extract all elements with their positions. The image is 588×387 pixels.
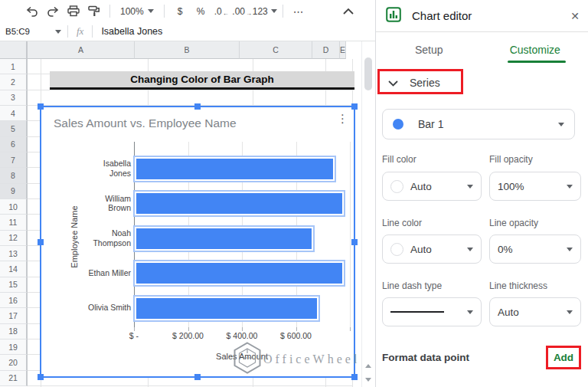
row-header[interactable]: 12: [0, 231, 28, 246]
bar[interactable]: [135, 157, 335, 181]
format-percent-button[interactable]: %: [191, 2, 211, 21]
resize-handle[interactable]: [194, 103, 201, 110]
more-formats-button[interactable]: 123: [253, 2, 277, 21]
row-header[interactable]: 16: [0, 293, 28, 308]
column-header[interactable]: A: [28, 41, 135, 59]
row-header[interactable]: 10: [0, 199, 28, 215]
tick-mark: [350, 327, 351, 331]
row-header[interactable]: 21: [0, 371, 28, 386]
x-axis-ticks: $ -$ 200.00$ 400.00$ 600.00: [134, 331, 350, 342]
print-icon[interactable]: [63, 2, 83, 21]
row-header[interactable]: 15: [0, 277, 28, 293]
close-icon[interactable]: ✕: [570, 10, 580, 22]
name-box-chevron-icon[interactable]: [55, 30, 61, 34]
chevron-down-icon: [148, 9, 154, 13]
fill-opacity-select[interactable]: 100%: [489, 172, 581, 201]
row-header[interactable]: 20: [0, 355, 28, 370]
fill-color-select[interactable]: Auto: [382, 172, 482, 201]
row-header[interactable]: 3: [0, 90, 28, 106]
bar[interactable]: [135, 261, 344, 285]
redo-icon[interactable]: [42, 2, 63, 21]
column-headers: ABCDE: [28, 41, 346, 59]
chevron-down-icon: [467, 185, 473, 189]
row-header[interactable]: 6: [0, 137, 28, 153]
resize-handle[interactable]: [194, 374, 201, 380]
column-header[interactable]: B: [135, 41, 240, 59]
resize-handle[interactable]: [38, 374, 44, 380]
resize-handle[interactable]: [38, 103, 44, 110]
row-header[interactable]: 14: [0, 261, 28, 277]
row-header[interactable]: 1: [0, 59, 28, 74]
scrollbar-thumb[interactable]: [364, 57, 372, 90]
fill-opacity-value: 100%: [498, 181, 524, 192]
decrease-decimal-button[interactable]: .0←: [211, 2, 232, 21]
chevron-down-icon: [467, 310, 473, 314]
resize-handle[interactable]: [351, 103, 358, 110]
row-header[interactable]: 2: [0, 74, 28, 90]
format-data-point-label: Format data point: [382, 352, 469, 363]
category-label: Isabella Jones: [51, 151, 131, 186]
paint-format-icon[interactable]: [83, 2, 104, 21]
row-header[interactable]: 5: [0, 121, 28, 136]
format-currency-button[interactable]: $: [170, 2, 191, 21]
undo-icon[interactable]: [21, 2, 42, 21]
panel-header: Chart editor ✕: [376, 0, 588, 32]
panel-tabs: Setup Customize: [376, 32, 588, 67]
x-tick-label: $ 600.00: [280, 331, 312, 340]
series-selector-value: Bar 1: [418, 118, 443, 130]
row-header[interactable]: 4: [0, 106, 28, 121]
triangle-up-icon: [365, 364, 371, 368]
line-dash-type-select[interactable]: [382, 297, 482, 326]
chart-editor-icon: [386, 7, 401, 25]
resize-handle[interactable]: [351, 239, 358, 245]
row-header[interactable]: 18: [0, 324, 28, 339]
bar[interactable]: [135, 227, 313, 251]
bar[interactable]: [135, 192, 344, 215]
line-opacity-label: Line opacity: [489, 218, 581, 228]
formula-input[interactable]: Isabella Jones: [101, 26, 162, 37]
line-thickness-select[interactable]: Auto: [489, 297, 581, 326]
column-header[interactable]: C: [240, 41, 312, 59]
row-header[interactable]: 19: [0, 339, 28, 355]
add-data-point-button[interactable]: Add: [550, 352, 577, 363]
row-header[interactable]: 7: [0, 153, 28, 168]
line-color-select[interactable]: Auto: [382, 234, 482, 264]
series-selector[interactable]: Bar 1: [382, 109, 575, 139]
scroll-up-button[interactable]: [362, 360, 374, 372]
chart-title[interactable]: Sales Amount vs. Employee Name: [54, 116, 237, 130]
row-header[interactable]: 17: [0, 308, 28, 323]
row-header[interactable]: 8: [0, 168, 28, 183]
row-header[interactable]: 13: [0, 246, 28, 261]
select-all-corner[interactable]: [0, 41, 28, 59]
separator: [92, 25, 93, 38]
increase-decimal-button[interactable]: .00→: [232, 2, 253, 21]
worksheet-title-cell[interactable]: Changing Color of Bar Graph: [50, 71, 354, 90]
column-header[interactable]: E: [340, 41, 346, 59]
collapse-toolbar-icon[interactable]: [338, 2, 358, 21]
bar[interactable]: [135, 297, 318, 320]
category-label: William Brown: [51, 186, 131, 221]
chevron-down-icon: [467, 248, 473, 251]
chevron-down-icon: [567, 185, 573, 189]
series-section-header[interactable]: Series: [376, 67, 440, 98]
embedded-chart[interactable]: Sales Amount vs. Employee Name ⋮ Employe…: [40, 106, 355, 378]
row-header[interactable]: 11: [0, 215, 28, 230]
line-opacity-select[interactable]: 0%: [489, 234, 581, 264]
line-thickness-label: Line thickness: [489, 280, 581, 291]
column-header[interactable]: D: [312, 41, 340, 59]
resize-handle[interactable]: [38, 239, 44, 245]
tab-setup[interactable]: Setup: [376, 32, 482, 67]
chart-menu-icon[interactable]: ⋮: [337, 112, 348, 126]
line-dash-type-label: Line dash type: [382, 280, 482, 291]
name-box[interactable]: B5:C9: [0, 27, 55, 36]
watermark-text: OfficeWheel: [263, 353, 360, 366]
zoom-select[interactable]: 100%: [116, 6, 158, 17]
zoom-level: 100%: [120, 6, 144, 17]
vertical-scrollbar[interactable]: [361, 41, 374, 387]
scroll-down-button[interactable]: [362, 374, 374, 385]
x-tick-label: $ 400.00: [227, 331, 258, 340]
row-header[interactable]: 9: [0, 184, 28, 199]
line-thickness-value: Auto: [498, 307, 519, 318]
more-toolbar-button[interactable]: ⋯: [289, 2, 309, 21]
chevron-down-icon: [271, 9, 277, 13]
